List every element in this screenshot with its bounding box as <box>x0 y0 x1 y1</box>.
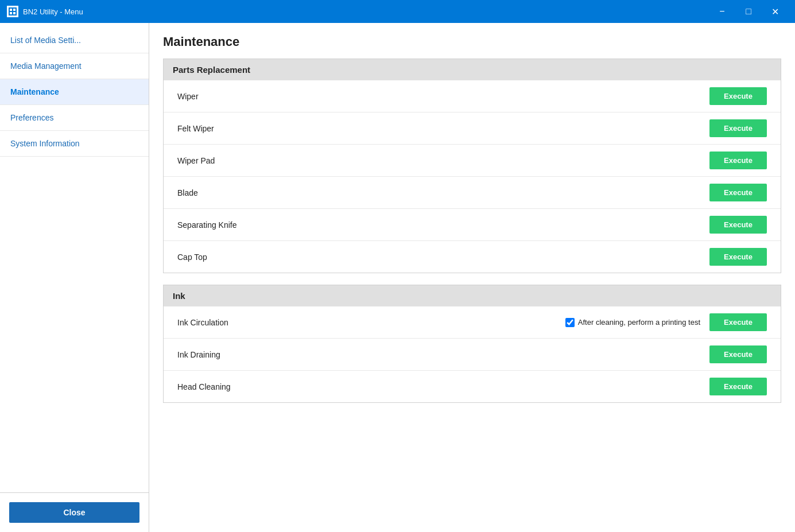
svg-rect-3 <box>10 12 12 14</box>
execute-button-head-cleaning[interactable]: Execute <box>709 378 767 395</box>
row-separating-knife: Separating KnifeExecute <box>164 209 781 241</box>
checkbox-label-ink-circulation[interactable]: After cleaning, perform a printing test <box>565 318 700 327</box>
sidebar-item-preferences[interactable]: Preferences <box>0 105 149 131</box>
close-window-button[interactable]: ✕ <box>762 0 788 23</box>
execute-button-wiper-pad[interactable]: Execute <box>709 152 767 169</box>
row-wiper: WiperExecute <box>164 80 781 112</box>
execute-button-wiper[interactable]: Execute <box>709 87 767 105</box>
row-cap-top: Cap TopExecute <box>164 241 781 273</box>
row-label-separating-knife: Separating Knife <box>177 220 709 230</box>
checkbox-ink-circulation[interactable] <box>565 318 575 327</box>
row-label-wiper-pad: Wiper Pad <box>177 156 709 165</box>
execute-button-ink-circulation[interactable]: Execute <box>709 313 767 331</box>
sidebar-footer: Close <box>0 492 149 532</box>
execute-button-blade[interactable]: Execute <box>709 184 767 201</box>
sidebar: List of Media Setti...Media ManagementMa… <box>0 23 149 532</box>
title-bar-title: BN2 Utility - Menu <box>23 7 709 16</box>
title-bar: BN2 Utility - Menu − □ ✕ <box>0 0 795 23</box>
row-label-cap-top: Cap Top <box>177 253 709 262</box>
section-header-ink: Ink <box>164 285 781 306</box>
svg-rect-1 <box>10 9 12 11</box>
section-header-parts-replacement: Parts Replacement <box>164 59 781 80</box>
row-label-wiper: Wiper <box>177 92 709 101</box>
row-head-cleaning: Head CleaningExecute <box>164 371 781 402</box>
row-blade: BladeExecute <box>164 177 781 209</box>
sidebar-item-media-management[interactable]: Media Management <box>0 53 149 79</box>
row-label-ink-draining: Ink Draining <box>177 350 709 359</box>
row-extra-ink-circulation: After cleaning, perform a printing test <box>565 318 700 327</box>
sections-container: Parts ReplacementWiperExecuteFelt WiperE… <box>163 59 781 403</box>
sidebar-item-maintenance[interactable]: Maintenance <box>0 79 149 105</box>
row-felt-wiper: Felt WiperExecute <box>164 112 781 145</box>
title-bar-controls: − □ ✕ <box>709 0 788 23</box>
row-ink-draining: Ink DrainingExecute <box>164 339 781 371</box>
section-body-parts-replacement: WiperExecuteFelt WiperExecuteWiper PadEx… <box>164 80 781 273</box>
row-ink-circulation: Ink CirculationAfter cleaning, perform a… <box>164 306 781 339</box>
section-ink: InkInk CirculationAfter cleaning, perfor… <box>163 285 781 403</box>
sidebar-item-system-information[interactable]: System Information <box>0 131 149 157</box>
row-label-blade: Blade <box>177 188 709 197</box>
section-body-ink: Ink CirculationAfter cleaning, perform a… <box>164 306 781 402</box>
sidebar-nav: List of Media Setti...Media ManagementMa… <box>0 23 149 492</box>
svg-rect-4 <box>13 12 15 14</box>
execute-button-felt-wiper[interactable]: Execute <box>709 119 767 137</box>
row-label-ink-circulation: Ink Circulation <box>177 318 565 327</box>
row-label-head-cleaning: Head Cleaning <box>177 382 709 391</box>
main-content: Maintenance Parts ReplacementWiperExecut… <box>149 23 795 532</box>
minimize-button[interactable]: − <box>709 0 735 23</box>
section-parts-replacement: Parts ReplacementWiperExecuteFelt WiperE… <box>163 59 781 273</box>
svg-rect-2 <box>13 9 15 11</box>
execute-button-separating-knife[interactable]: Execute <box>709 216 767 234</box>
maximize-button[interactable]: □ <box>735 0 762 23</box>
close-button[interactable]: Close <box>9 502 139 523</box>
row-label-felt-wiper: Felt Wiper <box>177 124 709 133</box>
app-icon <box>7 6 18 17</box>
execute-button-ink-draining[interactable]: Execute <box>709 345 767 363</box>
sidebar-item-list-media[interactable]: List of Media Setti... <box>0 28 149 53</box>
page-title: Maintenance <box>163 34 781 49</box>
app-body: List of Media Setti...Media ManagementMa… <box>0 23 795 532</box>
execute-button-cap-top[interactable]: Execute <box>709 248 767 266</box>
checkbox-text-ink-circulation: After cleaning, perform a printing test <box>578 318 700 327</box>
row-wiper-pad: Wiper PadExecute <box>164 145 781 177</box>
